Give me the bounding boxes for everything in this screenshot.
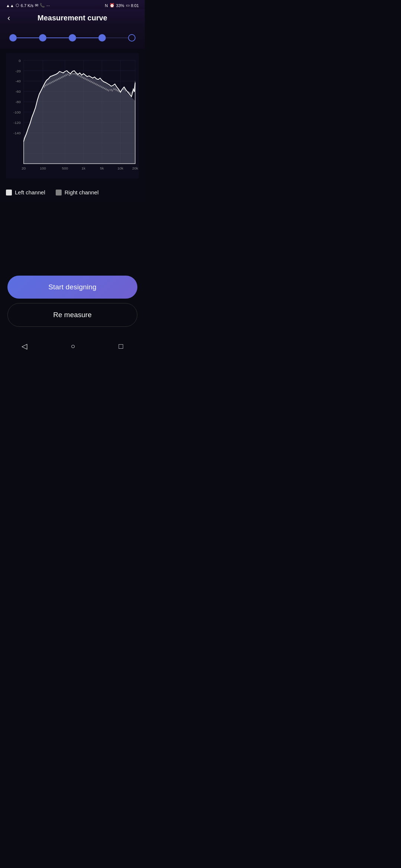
svg-text:-60: -60 <box>15 89 21 93</box>
page-title: Measurement curve <box>38 14 107 22</box>
svg-text:1k: 1k <box>82 166 86 170</box>
nav-recent-button[interactable]: □ <box>111 339 130 354</box>
chart-legend: Left channel Right channel <box>0 185 145 201</box>
msg-icon: ✉ <box>35 3 38 8</box>
status-left: ▲▲ ⬡ 6.7 K/s ✉ 📞 ··· <box>6 3 50 8</box>
header: ‹ Measurement curve <box>0 9 145 28</box>
svg-text:-140: -140 <box>13 131 21 135</box>
right-channel-label: Right channel <box>65 189 99 195</box>
start-designing-button[interactable]: Start designing <box>7 276 137 299</box>
svg-text:-40: -40 <box>15 79 21 83</box>
nav-bar: ◁ ○ □ <box>0 334 145 361</box>
step-line-2 <box>46 37 69 38</box>
svg-text:5k: 5k <box>100 166 104 170</box>
wifi-icon: ⬡ <box>16 3 19 8</box>
nav-home-button[interactable]: ○ <box>63 339 82 354</box>
svg-text:-80: -80 <box>15 100 21 104</box>
step-line-3 <box>76 37 98 38</box>
battery-text: 33% <box>116 3 124 8</box>
status-bar: ▲▲ ⬡ 6.7 K/s ✉ 📞 ··· N ⏰ 33% ▭ 8:01 <box>0 0 145 9</box>
step-4-dot <box>98 34 106 42</box>
svg-text:-20: -20 <box>15 69 21 73</box>
step-1-dot <box>9 34 17 42</box>
step-2-dot <box>39 34 46 42</box>
step-line-1 <box>17 37 39 38</box>
time-text: 8:01 <box>131 3 139 8</box>
step-5-dot <box>128 34 136 42</box>
content-spacer <box>0 201 145 276</box>
step-3-dot <box>69 34 76 42</box>
svg-text:-120: -120 <box>13 121 21 125</box>
svg-text:20k: 20k <box>132 166 138 170</box>
frequency-chart: 0 -20 -40 -60 -80 -100 -120 -140 20 100 … <box>6 53 139 179</box>
right-channel-legend: Right channel <box>56 189 99 195</box>
bottom-actions: Start designing Re measure <box>0 276 145 334</box>
signal-icon: ▲▲ <box>6 3 14 8</box>
back-button[interactable]: ‹ <box>7 13 10 23</box>
stepper <box>0 28 145 49</box>
nav-back-button[interactable]: ◁ <box>14 339 35 354</box>
voip-icon: 📞 <box>40 3 45 8</box>
re-measure-button[interactable]: Re measure <box>7 303 137 327</box>
nfc-icon: N <box>105 3 108 8</box>
svg-text:10k: 10k <box>117 166 123 170</box>
step-line-4 <box>106 37 128 38</box>
alarm-icon: ⏰ <box>110 3 115 8</box>
chart-container: 0 -20 -40 -60 -80 -100 -120 -140 20 100 … <box>6 53 139 179</box>
chart-section: 0 -20 -40 -60 -80 -100 -120 -140 20 100 … <box>0 49 145 185</box>
svg-text:-100: -100 <box>13 110 21 114</box>
right-channel-color <box>56 190 62 195</box>
svg-text:100: 100 <box>40 166 46 170</box>
svg-text:0: 0 <box>19 59 21 63</box>
left-channel-legend: Left channel <box>6 189 45 195</box>
extra-icons: ··· <box>46 3 50 8</box>
left-channel-color <box>6 190 12 195</box>
status-right: N ⏰ 33% ▭ 8:01 <box>105 3 139 8</box>
speed-text: 6.7 K/s <box>21 3 33 8</box>
battery-icon: ▭ <box>126 3 130 8</box>
left-channel-label: Left channel <box>15 189 45 195</box>
svg-text:500: 500 <box>62 166 68 170</box>
svg-text:20: 20 <box>22 166 26 170</box>
